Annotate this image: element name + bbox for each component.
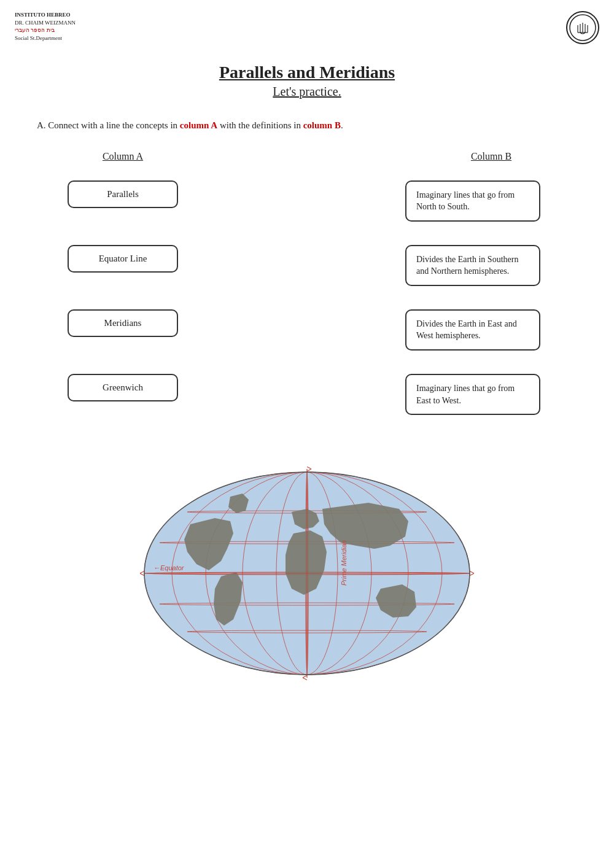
columns-area: Column A Parallels Equator Line Meridian… — [37, 151, 577, 439]
instructions: A. Connect with a line the concepts in c… — [37, 118, 577, 133]
instructions-text-before: A. Connect with a line the concepts in — [37, 120, 180, 130]
definition-4[interactable]: Imaginary lines that go from East to Wes… — [405, 374, 540, 415]
col-b-label: column B — [303, 120, 341, 130]
school-info: INSTITUTO HEBREO DR. CHAIM WEIZMANN בית … — [15, 11, 76, 42]
definition-3[interactable]: Divides the Earth in East and West hemis… — [405, 309, 540, 351]
school-line4: Social St.Department — [15, 34, 76, 42]
school-line1: INSTITUTO HEBREO — [15, 11, 76, 19]
equator-label: ←Equator — [154, 564, 185, 572]
concept-greenwich[interactable]: Greenwich — [68, 374, 178, 401]
school-logo — [566, 11, 599, 44]
prime-meridian-label: Prime Meridian — [340, 540, 348, 586]
page-title: Parallels and Meridians Let's practice. — [0, 63, 614, 99]
subtitle: Let's practice. — [0, 85, 614, 99]
concept-parallels[interactable]: Parallels — [68, 180, 178, 208]
school-line3: בית הספר העברי — [15, 26, 76, 34]
column-a-header: Column A — [37, 151, 209, 162]
column-b: Column B Imaginary lines that go from No… — [405, 151, 577, 439]
column-a: Column A Parallels Equator Line Meridian… — [37, 151, 209, 439]
concept-equator[interactable]: Equator Line — [68, 245, 178, 273]
main-title: Parallels and Meridians — [0, 63, 614, 82]
col-a-label: column A — [180, 120, 217, 130]
definition-2[interactable]: Divides the Earth in Southern and Northe… — [405, 245, 540, 286]
concept-meridians[interactable]: Meridians — [68, 309, 178, 337]
instructions-text-middle: with the definitions in — [217, 120, 303, 130]
school-line2: DR. CHAIM WEIZMANN — [15, 19, 76, 27]
column-b-header: Column B — [405, 151, 577, 162]
globe-svg: ←Equator Prime Meridian — [135, 463, 479, 684]
header: INSTITUTO HEBREO DR. CHAIM WEIZMANN בית … — [0, 0, 614, 44]
definition-1[interactable]: Imaginary lines that go from North to So… — [405, 180, 540, 222]
instructions-text-end: . — [341, 120, 343, 130]
globe-area: ←Equator Prime Meridian — [135, 463, 479, 686]
